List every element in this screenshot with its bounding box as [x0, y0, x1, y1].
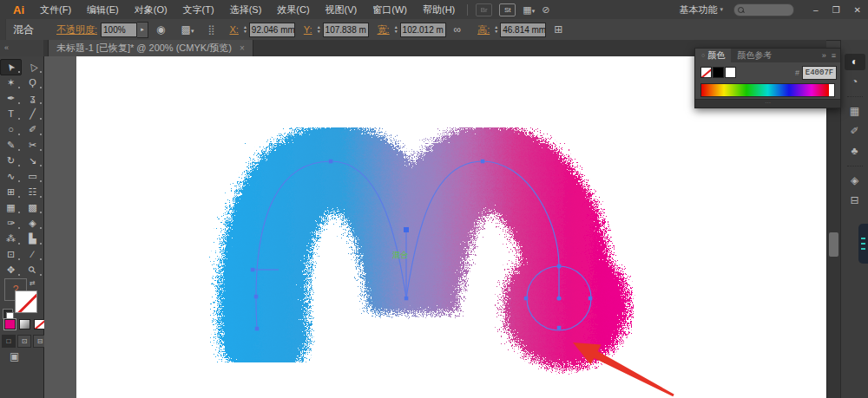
search-input[interactable] — [746, 5, 781, 14]
panel-resize-grip[interactable]: ⋯ — [695, 99, 840, 108]
color-spectrum-bar[interactable] — [700, 83, 835, 97]
magic-wand-tool[interactable]: ✶ — [1, 75, 21, 90]
stepper-down-icon[interactable]: ▼ — [317, 29, 321, 34]
swatches-icon[interactable]: ▦ — [845, 103, 865, 120]
menu-window[interactable]: 窗口(W) — [365, 0, 415, 19]
graphic-style-icon[interactable]: ◉ — [156, 23, 165, 36]
paintbrush-tool[interactable]: ✐ — [23, 122, 43, 137]
slice-tool[interactable]: ∕ — [23, 247, 43, 262]
touch-workspace-icon[interactable]: ⊘ — [542, 4, 549, 16]
blend-tool[interactable]: ◈ — [23, 216, 43, 231]
brushes-icon[interactable]: ✐ — [845, 123, 865, 140]
free-transform-tool[interactable]: ▭ — [23, 169, 43, 184]
x-stepper[interactable]: ▲▼ — [243, 25, 247, 34]
transform-panel-icon[interactable]: ⊞ — [554, 23, 562, 36]
type-tool[interactable]: T — [1, 107, 21, 121]
width-stepper[interactable]: ▲▼ — [394, 25, 398, 34]
tab-color[interactable]: ○ 颜色 — [695, 49, 731, 62]
color-panel-icon[interactable]: ◐ — [845, 54, 865, 70]
tab-color-guide[interactable]: 颜色参考 — [731, 49, 778, 62]
workspace-switcher[interactable]: 基本功能 — [680, 3, 718, 16]
screen-mode-button[interactable]: ▣ — [10, 350, 19, 362]
scissors-tool[interactable]: ✂ — [23, 138, 43, 153]
width-tool[interactable]: ∿ — [1, 169, 21, 184]
blob-brush-tool[interactable]: ʓ — [23, 91, 43, 106]
color-guide-icon[interactable]: ◔ — [845, 74, 865, 90]
style-link-icon[interactable]: St — [499, 3, 516, 16]
link-dimensions-icon[interactable]: ∞ — [454, 23, 462, 36]
edge-widget[interactable] — [858, 224, 868, 264]
stepper-down-icon[interactable]: ▼ — [394, 29, 398, 34]
swatch-black[interactable] — [713, 67, 724, 78]
menu-file[interactable]: 文件(F) — [32, 0, 79, 19]
shape-builder-tool[interactable]: ⊞ — [1, 185, 21, 199]
stepper-down-icon[interactable]: ▼ — [243, 29, 247, 34]
menu-object[interactable]: 对象(O) — [127, 0, 175, 19]
mesh-tool[interactable]: ▦ — [1, 200, 21, 215]
perspective-grid-tool[interactable]: ☷ — [23, 185, 43, 199]
spectrum-white-chip[interactable] — [829, 84, 834, 96]
artboard-tool[interactable]: ⊡ — [1, 247, 21, 262]
menu-select[interactable]: 选择(S) — [222, 0, 270, 19]
height-stepper[interactable]: ▲▼ — [494, 25, 498, 34]
opacity-field[interactable]: 100% — [101, 23, 137, 37]
symbol-sprayer-tool[interactable]: ⁂ — [1, 232, 21, 246]
y-field[interactable]: 107.838 m — [323, 23, 369, 37]
opacity-dropdown-button[interactable]: ▸ — [137, 22, 148, 38]
opacity-label[interactable]: 不透明度: — [56, 23, 97, 36]
reference-point-locator[interactable]: ⣿ — [207, 24, 214, 36]
menu-edit[interactable]: 编辑(E) — [79, 0, 127, 19]
document-tab[interactable]: 未标题-1 [已恢复]* @ 200% (CMYK/预览) × — [48, 40, 253, 56]
pen-tool[interactable]: ✒ — [1, 91, 21, 106]
stroke-swatch-none[interactable] — [15, 290, 37, 313]
y-stepper[interactable]: ▲▼ — [317, 25, 321, 34]
symbols-icon[interactable]: ♣ — [845, 143, 865, 160]
direct-selection-tool[interactable]: ▷ — [23, 60, 43, 75]
bridge-icon[interactable]: Br — [476, 3, 492, 16]
draw-normal-button[interactable]: □ — [2, 335, 16, 348]
y-label[interactable]: Y: — [304, 24, 312, 35]
ellipse-tool[interactable]: ○ — [1, 122, 21, 137]
gradient-button[interactable] — [19, 319, 30, 329]
control-bar-grip[interactable] — [0, 19, 6, 40]
menu-help[interactable]: 帮助(H) — [415, 0, 463, 19]
x-label[interactable]: X: — [229, 24, 238, 35]
x-field[interactable]: 92.046 mm — [249, 23, 295, 37]
height-field[interactable]: 46.814 mm — [500, 23, 546, 37]
panel-collapse-icon[interactable]: » — [822, 51, 826, 60]
panel-menu-icon[interactable]: ≡ — [832, 51, 836, 60]
default-fill-stroke-icon[interactable] — [3, 309, 13, 319]
menu-type[interactable]: 文字(T) — [175, 0, 222, 19]
menu-view[interactable]: 视图(V) — [318, 0, 365, 19]
rotate-tool[interactable]: ↻ — [1, 153, 21, 168]
fur-letter-m[interactable] — [256, 161, 622, 362]
hex-field[interactable]: E4007F — [802, 66, 837, 80]
stepper-down-icon[interactable]: ▼ — [494, 29, 498, 34]
swatch-none[interactable] — [700, 67, 712, 78]
scale-tool[interactable]: ↘ — [23, 153, 43, 168]
arrange-documents-icon[interactable]: ▦▾ — [523, 4, 535, 16]
recolor-artwork-icon[interactable]: ▩▾ — [181, 23, 194, 36]
draw-behind-button[interactable]: ⊡ — [17, 335, 31, 348]
selection-tool[interactable]: ➤ — [0, 59, 22, 75]
toolbar-collapse-icon[interactable]: « — [0, 40, 43, 56]
layers-icon[interactable]: ◈ — [845, 173, 865, 189]
tab-close-icon[interactable]: × — [240, 40, 245, 56]
zoom-tool[interactable]: ⚲ — [23, 263, 43, 277]
color-button[interactable] — [4, 319, 16, 329]
swatch-white[interactable] — [725, 67, 736, 78]
restore-button[interactable]: ❐ — [825, 5, 847, 15]
width-label[interactable]: 宽: — [378, 23, 390, 36]
pencil-tool[interactable]: ✎ — [1, 138, 21, 153]
close-button[interactable]: ✕ — [847, 5, 868, 15]
menu-effect[interactable]: 效果(C) — [269, 0, 317, 19]
artboards-icon[interactable]: ⊟ — [845, 192, 865, 209]
line-segment-tool[interactable]: ╱ — [23, 107, 43, 121]
search-box[interactable] — [733, 3, 794, 16]
swap-fill-stroke-icon[interactable]: ⇄ — [30, 279, 36, 287]
width-field[interactable]: 102.012 m — [400, 23, 446, 37]
lasso-tool[interactable]: Ϙ — [23, 75, 43, 90]
height-label[interactable]: 高: — [477, 23, 490, 36]
hand-tool[interactable]: ✥ — [1, 263, 21, 277]
vertical-scrollbar-thumb[interactable] — [829, 232, 838, 257]
